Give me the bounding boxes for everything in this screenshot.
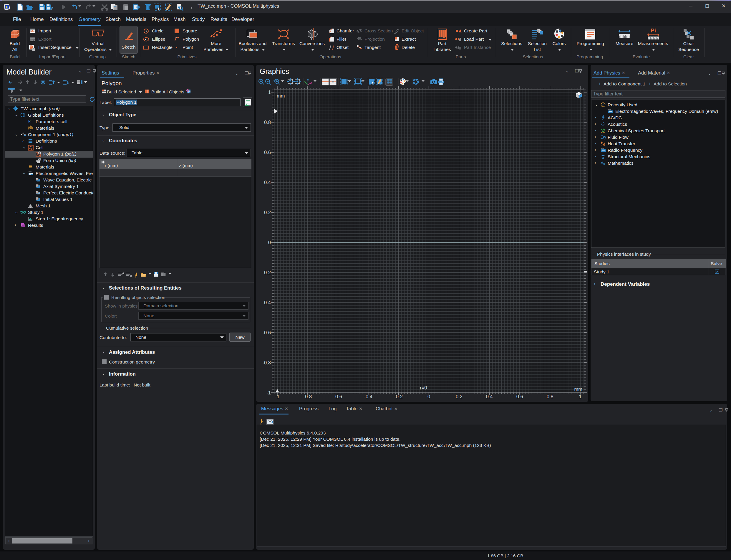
svg-text:D: D [37,191,38,194]
svg-text:1: 1 [268,90,271,95]
svg-text:r=0: r=0 [420,385,427,390]
svg-text:-0.2: -0.2 [263,270,271,275]
svg-text:0: 0 [427,394,430,399]
svg-text:i: i [31,121,31,124]
svg-text:u: u [603,162,605,165]
svg-text:-1: -1 [267,390,271,395]
svg-text:0.2: 0.2 [456,394,462,399]
svg-text:-0.8: -0.8 [304,394,312,399]
svg-text:0.8: 0.8 [547,394,553,399]
svg-text:-0.8: -0.8 [263,360,271,365]
svg-text:-0.6: -0.6 [263,330,271,335]
svg-text:mm: mm [277,93,285,98]
svg-text:0.8: 0.8 [264,120,271,125]
svg-text:D: D [37,197,38,200]
svg-text:0.6: 0.6 [264,150,271,155]
svg-text:-0.6: -0.6 [334,394,342,399]
svg-text:mm: mm [574,386,583,392]
svg-text:-0.4: -0.4 [364,394,372,399]
svg-text:0.2: 0.2 [264,210,271,215]
svg-text:-1: -1 [275,394,280,399]
svg-text:P: P [28,119,31,123]
svg-text:0.6: 0.6 [516,394,523,399]
svg-text:D: D [37,178,38,181]
svg-text:D: D [37,184,38,187]
svg-text:-0.2: -0.2 [394,394,402,399]
svg-text:0.4: 0.4 [486,394,493,399]
svg-text:0: 0 [268,240,271,245]
svg-text:-0.4: -0.4 [263,300,271,305]
svg-text:Pi: Pi [651,28,656,34]
svg-text:1: 1 [579,394,581,399]
svg-text:0.4: 0.4 [264,180,271,185]
